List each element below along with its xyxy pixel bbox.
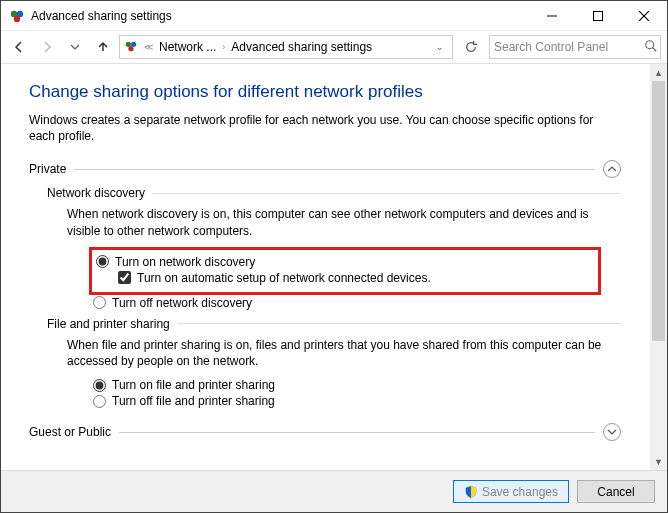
- breadcrumb-separator-icon: ≪: [142, 42, 155, 52]
- svg-point-9: [128, 46, 133, 51]
- subsection-label: File and printer sharing: [47, 317, 170, 331]
- search-box[interactable]: [489, 35, 661, 59]
- network-discovery-description: When network discovery is on, this compu…: [67, 206, 621, 238]
- radio-turn-on-network-discovery[interactable]: Turn on network discovery: [96, 254, 592, 270]
- radio-input[interactable]: [93, 395, 106, 408]
- minimize-button[interactable]: [529, 1, 575, 31]
- window-title: Advanced sharing settings: [31, 9, 172, 23]
- uac-shield-icon: [464, 485, 478, 499]
- subsection-network-discovery: Network discovery: [47, 186, 621, 200]
- button-label: Cancel: [597, 485, 634, 499]
- content-pane: Change sharing options for different net…: [1, 64, 667, 470]
- cancel-button[interactable]: Cancel: [577, 480, 655, 503]
- toolbar: ≪ Network ... › Advanced sharing setting…: [1, 31, 667, 64]
- chevron-down-icon[interactable]: [603, 423, 621, 441]
- section-label: Guest or Public: [29, 425, 111, 439]
- radio-label: Turn off file and printer sharing: [112, 394, 275, 408]
- scroll-down-icon[interactable]: ▼: [650, 453, 667, 470]
- file-printer-description: When file and printer sharing is on, fil…: [67, 337, 621, 369]
- address-bar[interactable]: ≪ Network ... › Advanced sharing setting…: [119, 35, 453, 59]
- radio-turn-on-file-printer-sharing[interactable]: Turn on file and printer sharing: [93, 377, 621, 393]
- radio-input[interactable]: [93, 379, 106, 392]
- footer: Save changes Cancel: [1, 470, 667, 512]
- radio-input[interactable]: [93, 296, 106, 309]
- button-label: Save changes: [482, 485, 558, 499]
- scroll-up-icon[interactable]: ▲: [650, 64, 667, 81]
- svg-point-10: [646, 40, 654, 48]
- svg-point-8: [131, 41, 136, 46]
- search-input[interactable]: [494, 40, 644, 54]
- scroll-thumb[interactable]: [652, 81, 665, 341]
- highlight-box: Turn on network discovery Turn on automa…: [89, 247, 601, 295]
- checkbox-label: Turn on automatic setup of network conne…: [137, 271, 431, 285]
- refresh-button[interactable]: [457, 35, 485, 59]
- back-button[interactable]: [7, 35, 31, 59]
- breadcrumb-item[interactable]: Network ...: [159, 40, 216, 54]
- radio-label: Turn off network discovery: [112, 296, 252, 310]
- radio-turn-off-network-discovery[interactable]: Turn off network discovery: [93, 295, 621, 311]
- forward-button[interactable]: [35, 35, 59, 59]
- radio-label: Turn on file and printer sharing: [112, 378, 275, 392]
- save-changes-button[interactable]: Save changes: [453, 480, 569, 503]
- checkbox-auto-setup-devices[interactable]: Turn on automatic setup of network conne…: [118, 270, 592, 286]
- page-description: Windows creates a separate network profi…: [29, 112, 619, 144]
- section-private[interactable]: Private: [29, 160, 621, 178]
- section-label: Private: [29, 162, 66, 176]
- svg-point-7: [126, 41, 131, 46]
- chevron-up-icon[interactable]: [603, 160, 621, 178]
- vertical-scrollbar[interactable]: ▲ ▼: [650, 64, 667, 470]
- radio-label: Turn on network discovery: [115, 255, 255, 269]
- svg-rect-4: [594, 11, 603, 20]
- radio-turn-off-file-printer-sharing[interactable]: Turn off file and printer sharing: [93, 393, 621, 409]
- close-button[interactable]: [621, 1, 667, 31]
- divider: [178, 323, 621, 324]
- up-button[interactable]: [91, 35, 115, 59]
- divider: [74, 169, 595, 170]
- control-panel-icon: [9, 8, 25, 24]
- recent-locations-button[interactable]: [63, 35, 87, 59]
- radio-input[interactable]: [96, 255, 109, 268]
- subsection-file-printer-sharing: File and printer sharing: [47, 317, 621, 331]
- control-panel-icon: [124, 39, 138, 56]
- divider: [153, 193, 621, 194]
- chevron-right-icon[interactable]: ›: [220, 42, 227, 52]
- subsection-label: Network discovery: [47, 186, 145, 200]
- scroll-track[interactable]: [650, 81, 667, 453]
- checkbox-input[interactable]: [118, 271, 131, 284]
- section-guest-public[interactable]: Guest or Public: [29, 423, 621, 441]
- search-icon[interactable]: [644, 39, 658, 56]
- svg-line-11: [653, 47, 657, 51]
- breadcrumb-item[interactable]: Advanced sharing settings: [231, 40, 372, 54]
- address-dropdown-icon[interactable]: ⌄: [432, 42, 448, 52]
- maximize-button[interactable]: [575, 1, 621, 31]
- page-heading: Change sharing options for different net…: [29, 82, 621, 102]
- titlebar: Advanced sharing settings: [1, 1, 667, 31]
- divider: [119, 432, 595, 433]
- svg-point-2: [14, 15, 20, 21]
